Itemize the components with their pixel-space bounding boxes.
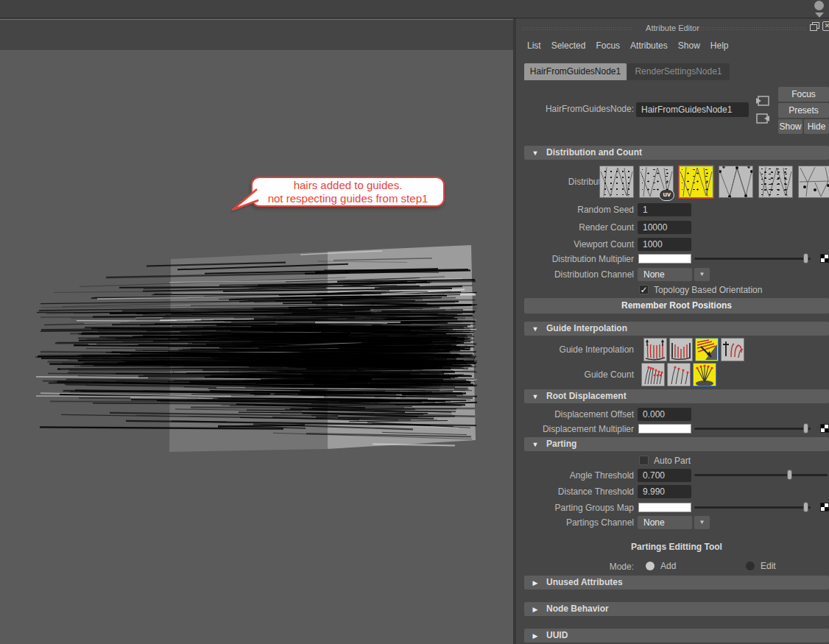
displacement-multiplier-slider[interactable] xyxy=(694,428,811,430)
angle-threshold-input[interactable] xyxy=(638,469,691,482)
parting-groups-map-swatch[interactable] xyxy=(638,503,691,512)
expand-arrow-icon[interactable]: ▶ xyxy=(524,576,546,590)
distribution-type-guides-icon[interactable] xyxy=(798,166,829,198)
parting-groups-map-label: Parting Groups Map xyxy=(516,501,634,514)
hair-render xyxy=(0,50,513,644)
uv-badge: uv xyxy=(659,189,674,201)
displacement-multiplier-label: Displacement Multiplier xyxy=(516,422,634,436)
callout-tail xyxy=(224,185,259,216)
presets-button[interactable]: Presets xyxy=(778,103,829,118)
titlebar-grip-right xyxy=(696,26,806,32)
section-unused-attributes[interactable]: ▶Unused Attributes xyxy=(524,576,829,590)
mode-edit-radio[interactable] xyxy=(746,562,755,570)
distribution-multiplier-map-swatch[interactable] xyxy=(638,254,691,263)
guide-count-many-icon[interactable] xyxy=(641,363,665,386)
show-button[interactable]: Show xyxy=(778,119,802,134)
viewport-column: hairs added to guides. not respecting gu… xyxy=(0,19,513,644)
section-node-behavior[interactable]: ▶Node Behavior xyxy=(524,602,829,616)
distribution-channel-arrow-icon[interactable]: ▼ xyxy=(694,268,710,281)
displacement-offset-input[interactable] xyxy=(638,408,691,421)
partings-channel-select[interactable]: None xyxy=(638,516,692,529)
render-count-label: Render Count xyxy=(516,221,634,234)
section-distribution-and-count[interactable]: ▼Distribution and Count xyxy=(524,146,829,160)
guide-count-few-icon[interactable] xyxy=(667,363,691,386)
remember-root-positions-button[interactable]: Remember Root Positions xyxy=(524,298,829,314)
menu-selected[interactable]: Selected xyxy=(551,39,586,52)
displacement-multiplier-texture-icon[interactable] xyxy=(820,424,829,433)
distance-threshold-input[interactable] xyxy=(638,485,691,498)
show-output-connections-icon[interactable] xyxy=(755,112,771,125)
distribution-multiplier-texture-icon[interactable] xyxy=(820,254,829,263)
focus-button[interactable]: Focus xyxy=(778,87,829,102)
parting-groups-map-texture-icon[interactable] xyxy=(820,503,829,512)
top-bar xyxy=(0,0,829,18)
guide-count-per-vertex-icon[interactable] xyxy=(693,363,716,386)
hide-button[interactable]: Hide xyxy=(804,119,829,134)
viewport-toolbar-strip xyxy=(0,19,513,50)
float-panel-icon[interactable] xyxy=(810,22,819,30)
menu-focus[interactable]: Focus xyxy=(596,39,620,52)
collapse-arrow-icon[interactable]: ▼ xyxy=(524,390,546,404)
node-type-label: HairFromGuidesNode: xyxy=(516,102,634,116)
distance-threshold-label: Distance Threshold xyxy=(516,485,634,498)
partings-editing-tool-label[interactable]: Partings Editting Tool xyxy=(524,542,829,552)
angle-threshold-slider[interactable] xyxy=(694,474,828,476)
menu-help[interactable]: Help xyxy=(710,39,729,52)
auto-part-checkbox[interactable]: ✓ xyxy=(639,456,649,465)
scroll-widget[interactable] xyxy=(814,1,825,18)
section-guide-interpolation[interactable]: ▼Guide Interpolation xyxy=(524,322,829,336)
partings-channel-arrow-icon[interactable]: ▼ xyxy=(694,516,710,529)
viewport-count-input[interactable] xyxy=(638,238,691,251)
slider-handle[interactable] xyxy=(803,423,808,434)
menu-show[interactable]: Show xyxy=(678,39,700,52)
collapse-arrow-icon[interactable]: ▼ xyxy=(524,322,546,336)
distribution-type-uv-icon[interactable]: uv xyxy=(639,166,674,198)
distribution-multiplier-slider[interactable] xyxy=(694,258,811,260)
menu-list[interactable]: List xyxy=(527,39,541,52)
slider-handle[interactable] xyxy=(803,502,808,512)
distribution-channel-label: Distribution Channel xyxy=(516,268,634,281)
show-input-connections-icon[interactable] xyxy=(755,94,771,107)
section-uuid[interactable]: ▶UUID xyxy=(524,629,829,643)
callout-text-line2: not respecting guides from step1 xyxy=(268,192,428,205)
random-seed-input[interactable] xyxy=(638,203,691,216)
guide-interpolation-label: Guide Interpolation xyxy=(516,343,634,356)
distribution-type-face-center-icon[interactable] xyxy=(758,166,793,198)
guide-interpolation-distance-icon[interactable] xyxy=(721,338,744,361)
expand-arrow-icon[interactable]: ▶ xyxy=(524,629,546,643)
viewport-3d[interactable]: hairs added to guides. not respecting gu… xyxy=(0,50,513,644)
tab-hairfromguidesnode1[interactable]: HairFromGuidesNode1 xyxy=(524,63,627,80)
topology-based-orientation-checkbox[interactable]: ✓ xyxy=(639,285,649,294)
angle-threshold-label: Angle Threshold xyxy=(516,469,634,482)
distribution-channel-select[interactable]: None xyxy=(638,268,692,281)
guide-interpolation-segment-icon[interactable] xyxy=(669,338,693,361)
mode-edit-label: Edit xyxy=(761,561,776,571)
section-parting[interactable]: ▼Parting xyxy=(524,437,829,451)
slider-handle[interactable] xyxy=(803,253,808,263)
distribution-type-random-uv-icon[interactable] xyxy=(679,166,713,198)
scroll-knob-icon[interactable] xyxy=(814,1,824,10)
distribution-type-even-icon[interactable] xyxy=(599,166,634,198)
collapse-arrow-icon[interactable]: ▼ xyxy=(524,438,546,452)
guide-interpolation-polar-icon[interactable] xyxy=(695,338,719,361)
viewport-count-label: Viewport Count xyxy=(516,238,634,251)
scroll-down-icon[interactable] xyxy=(815,13,824,18)
slider-handle[interactable] xyxy=(787,470,792,480)
expand-arrow-icon[interactable]: ▶ xyxy=(524,603,546,617)
guide-interpolation-affine-icon[interactable] xyxy=(643,338,667,361)
distribution-type-vertex-icon[interactable] xyxy=(719,166,753,198)
parting-groups-map-slider[interactable] xyxy=(694,506,811,509)
render-count-input[interactable] xyxy=(638,221,691,234)
random-seed-label: Random Seed xyxy=(516,203,634,216)
section-root-displacement[interactable]: ▼Root Displacement xyxy=(524,389,829,403)
partings-channel-label: Partings Channel xyxy=(516,516,634,529)
auto-part-label: Auto Part xyxy=(654,456,691,466)
node-name-input[interactable] xyxy=(636,102,749,117)
callout-text-line1: hairs added to guides. xyxy=(294,179,403,192)
menu-attributes[interactable]: Attributes xyxy=(630,39,668,52)
close-panel-icon[interactable]: ✕ xyxy=(822,21,829,31)
tab-rendersettingsnode1[interactable]: RenderSettingsNode1 xyxy=(627,63,730,80)
mode-add-radio[interactable] xyxy=(646,562,655,570)
collapse-arrow-icon[interactable]: ▼ xyxy=(524,146,546,160)
displacement-multiplier-map-swatch[interactable] xyxy=(638,424,691,434)
